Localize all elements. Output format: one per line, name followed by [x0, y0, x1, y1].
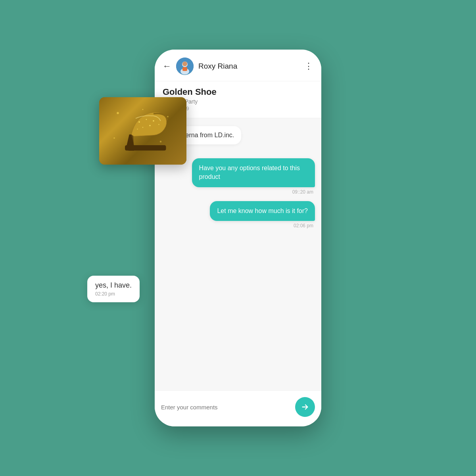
- svg-point-2: [160, 141, 162, 143]
- send-icon: [301, 403, 309, 411]
- svg-point-4: [142, 109, 144, 110]
- floating-message-text: yes, I have.: [95, 281, 132, 290]
- svg-point-11: [137, 129, 138, 130]
- product-name: Golden Shoe: [163, 87, 313, 97]
- svg-point-0: [117, 112, 119, 114]
- svg-point-7: [153, 120, 154, 122]
- svg-point-5: [138, 121, 140, 123]
- svg-point-9: [149, 125, 151, 127]
- svg-point-6: [146, 119, 147, 120]
- floating-message-bubble: yes, I have. 02:20 pm: [87, 276, 140, 302]
- avatar: [176, 58, 194, 75]
- message-4: Let me know how much is it for? 02:06 pm: [210, 201, 315, 228]
- svg-point-15: [182, 61, 187, 66]
- svg-point-10: [158, 124, 159, 125]
- more-options-button[interactable]: ⋮: [304, 61, 313, 71]
- product-image-card: [99, 97, 186, 165]
- svg-point-8: [142, 127, 144, 128]
- message-4-time: 02:06 pm: [294, 223, 315, 228]
- message-4-text: Let me know how much is it for?: [217, 207, 308, 214]
- back-button[interactable]: ←: [163, 61, 171, 71]
- svg-rect-16: [182, 67, 187, 71]
- message-2-time: 09::20 am: [292, 189, 315, 195]
- floating-message-time: 02:20 pm: [95, 291, 132, 297]
- svg-point-1: [167, 116, 169, 117]
- chat-header: ← Roxy Riana ⋮: [155, 50, 321, 81]
- message-2: Have you any options related to this pro…: [192, 158, 315, 195]
- message-2-text: Have you any options related to this pro…: [199, 165, 300, 180]
- message-2-bubble: Have you any options related to this pro…: [192, 158, 315, 187]
- contact-name: Roxy Riana: [198, 62, 304, 71]
- send-button[interactable]: [295, 397, 315, 417]
- message-input-area: [155, 390, 321, 426]
- comment-input[interactable]: [161, 404, 291, 411]
- scene: yes, I have. 02:20 pm ←: [135, 50, 341, 426]
- message-4-bubble: Let me know how much is it for?: [210, 201, 315, 221]
- svg-point-3: [113, 137, 115, 139]
